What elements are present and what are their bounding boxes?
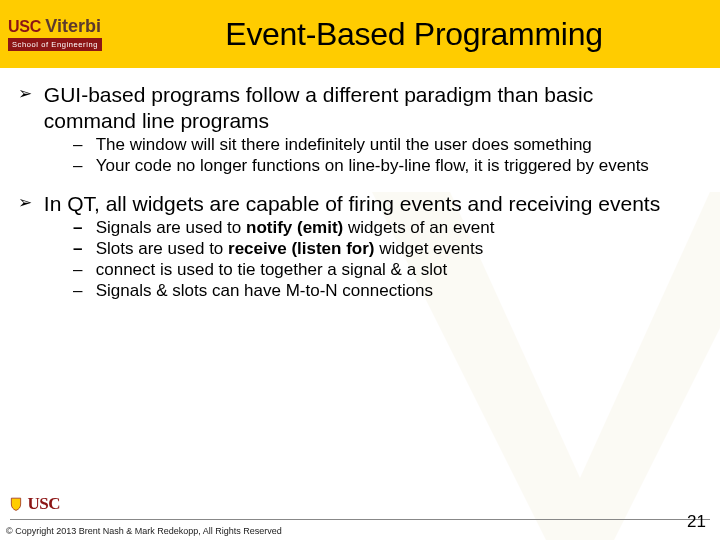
footer-divider (10, 519, 710, 520)
arrow-icon: ➢ (18, 191, 38, 214)
list-item: – connect is used to tie together a sign… (73, 260, 702, 281)
bullet-2-text: In QT, all widgets are capable of firing… (44, 191, 684, 217)
footer-logo-text: USC (27, 494, 60, 514)
slide-content: ➢ GUI-based programs follow a different … (0, 68, 720, 301)
dash-icon: – (73, 156, 91, 177)
sub-item-text: Slots are used to receive (listen for) w… (96, 239, 686, 260)
dash-icon: – (73, 260, 91, 281)
sub-item-text: Signals & slots can have M-to-N connecti… (96, 281, 686, 302)
usc-viterbi-logo: USC Viterbi School of Engineering (0, 0, 158, 68)
bullet-2-sublist: – Signals are used to notify (emit) widg… (18, 218, 702, 301)
header-band: USC Viterbi School of Engineering Event-… (0, 0, 720, 68)
sub-item-text: The window will sit there indefinitely u… (96, 135, 686, 156)
sub-item-text: Signals are used to notify (emit) widget… (96, 218, 686, 239)
sub-item-text: connect is used to tie together a signal… (96, 260, 686, 281)
bullet-1-text: GUI-based programs follow a different pa… (44, 82, 684, 133)
arrow-icon: ➢ (18, 82, 38, 105)
copyright-text: © Copyright 2013 Brent Nash & Mark Redek… (6, 526, 282, 536)
bullet-1-sublist: – The window will sit there indefinitely… (18, 135, 702, 176)
dash-icon: – (73, 135, 91, 156)
sub-item-text: Your code no longer functions on line-by… (96, 156, 686, 177)
dash-icon: – (73, 281, 91, 302)
list-item: – The window will sit there indefinitely… (73, 135, 702, 156)
shield-icon (10, 497, 22, 511)
dash-icon: – (73, 218, 91, 239)
logo-main-text: Viterbi (45, 16, 101, 36)
list-item: – Slots are used to receive (listen for)… (73, 239, 702, 260)
list-item: – Signals are used to notify (emit) widg… (73, 218, 702, 239)
bullet-1: ➢ GUI-based programs follow a different … (18, 82, 702, 133)
list-item: – Your code no longer functions on line-… (73, 156, 702, 177)
slide-title: Event-Based Programming (158, 16, 720, 53)
list-item: – Signals & slots can have M-to-N connec… (73, 281, 702, 302)
bullet-2: ➢ In QT, all widgets are capable of firi… (18, 191, 702, 217)
page-number: 21 (687, 512, 706, 532)
dash-icon: – (73, 239, 91, 260)
logo-sub-text: School of Engineering (8, 38, 102, 51)
logo-top-text: USC (8, 18, 41, 35)
footer-usc-logo: USC (10, 494, 60, 514)
